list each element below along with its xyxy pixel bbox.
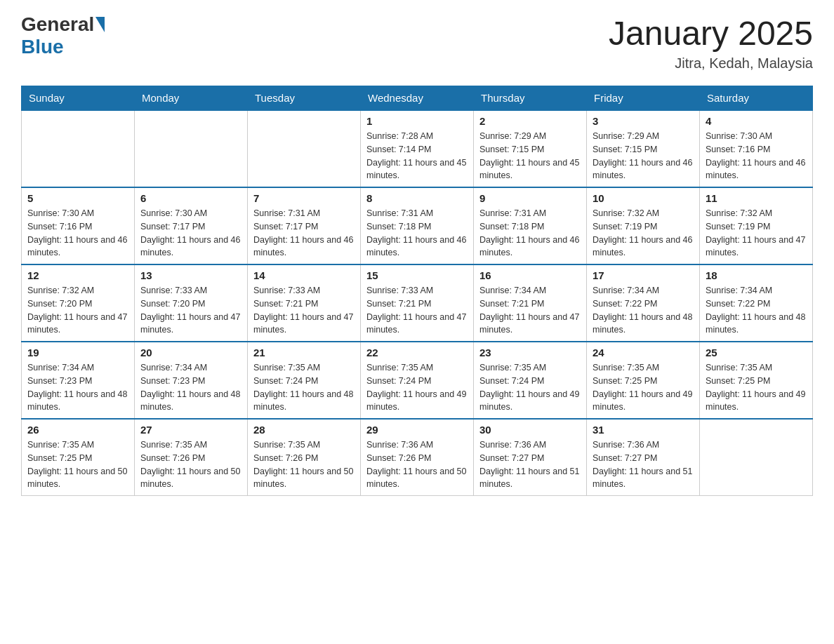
day-info: Sunrise: 7:32 AMSunset: 7:20 PMDaylight:… <box>27 284 128 337</box>
calendar-cell: 20Sunrise: 7:34 AMSunset: 7:23 PMDayligh… <box>135 342 248 419</box>
calendar-title: January 2025 <box>609 14 813 53</box>
day-number: 29 <box>366 424 468 436</box>
calendar-cell: 31Sunrise: 7:36 AMSunset: 7:27 PMDayligh… <box>587 419 700 496</box>
calendar-cell: 11Sunrise: 7:32 AMSunset: 7:19 PMDayligh… <box>700 187 813 264</box>
week-row-4: 19Sunrise: 7:34 AMSunset: 7:23 PMDayligh… <box>22 342 813 419</box>
calendar-cell: 19Sunrise: 7:34 AMSunset: 7:23 PMDayligh… <box>22 342 135 419</box>
day-info: Sunrise: 7:36 AMSunset: 7:26 PMDaylight:… <box>366 438 468 491</box>
day-info: Sunrise: 7:30 AMSunset: 7:16 PMDaylight:… <box>706 130 807 182</box>
calendar-cell <box>700 419 813 496</box>
day-number: 31 <box>593 424 694 436</box>
calendar-cell: 2Sunrise: 7:29 AMSunset: 7:15 PMDaylight… <box>474 110 587 187</box>
calendar-cell: 4Sunrise: 7:30 AMSunset: 7:16 PMDaylight… <box>700 110 813 187</box>
day-number: 26 <box>27 424 128 436</box>
day-number: 5 <box>27 192 128 204</box>
calendar-cell: 9Sunrise: 7:31 AMSunset: 7:18 PMDaylight… <box>474 187 587 264</box>
calendar-cell: 5Sunrise: 7:30 AMSunset: 7:16 PMDaylight… <box>22 187 135 264</box>
logo-triangle-icon <box>95 17 105 32</box>
day-info: Sunrise: 7:30 AMSunset: 7:17 PMDaylight:… <box>140 207 241 260</box>
calendar-cell: 8Sunrise: 7:31 AMSunset: 7:18 PMDaylight… <box>361 187 474 264</box>
calendar-cell <box>22 110 135 187</box>
day-info: Sunrise: 7:32 AMSunset: 7:19 PMDaylight:… <box>706 207 807 260</box>
calendar-cell: 26Sunrise: 7:35 AMSunset: 7:25 PMDayligh… <box>22 419 135 496</box>
day-number: 10 <box>593 192 694 204</box>
week-row-3: 12Sunrise: 7:32 AMSunset: 7:20 PMDayligh… <box>22 264 813 342</box>
day-info: Sunrise: 7:34 AMSunset: 7:21 PMDaylight:… <box>479 284 581 337</box>
calendar-cell: 30Sunrise: 7:36 AMSunset: 7:27 PMDayligh… <box>474 419 587 496</box>
day-info: Sunrise: 7:33 AMSunset: 7:21 PMDaylight:… <box>253 284 355 337</box>
calendar-subtitle: Jitra, Kedah, Malaysia <box>609 55 813 72</box>
title-area: January 2025 Jitra, Kedah, Malaysia <box>609 14 813 72</box>
calendar-header-row: SundayMondayTuesdayWednesdayThursdayFrid… <box>22 86 813 111</box>
page-header: General Blue January 2025 Jitra, Kedah, … <box>21 14 813 72</box>
week-row-5: 26Sunrise: 7:35 AMSunset: 7:25 PMDayligh… <box>22 419 813 496</box>
day-number: 2 <box>479 115 581 127</box>
calendar-cell <box>248 110 361 187</box>
day-number: 13 <box>140 269 241 281</box>
day-info: Sunrise: 7:32 AMSunset: 7:19 PMDaylight:… <box>593 207 694 260</box>
day-number: 14 <box>253 269 355 281</box>
day-number: 11 <box>706 192 807 204</box>
calendar-cell: 29Sunrise: 7:36 AMSunset: 7:26 PMDayligh… <box>361 419 474 496</box>
day-number: 30 <box>479 424 581 436</box>
day-info: Sunrise: 7:29 AMSunset: 7:15 PMDaylight:… <box>593 130 694 182</box>
calendar-table: SundayMondayTuesdayWednesdayThursdayFrid… <box>21 86 813 496</box>
calendar-cell: 13Sunrise: 7:33 AMSunset: 7:20 PMDayligh… <box>135 264 248 342</box>
day-header-friday: Friday <box>587 86 700 111</box>
day-number: 12 <box>27 269 128 281</box>
day-info: Sunrise: 7:35 AMSunset: 7:25 PMDaylight:… <box>27 438 128 491</box>
day-number: 6 <box>140 192 241 204</box>
day-info: Sunrise: 7:33 AMSunset: 7:20 PMDaylight:… <box>140 284 241 337</box>
day-header-tuesday: Tuesday <box>248 86 361 111</box>
day-number: 22 <box>366 347 468 358</box>
week-row-1: 1Sunrise: 7:28 AMSunset: 7:14 PMDaylight… <box>22 110 813 187</box>
calendar-cell: 1Sunrise: 7:28 AMSunset: 7:14 PMDaylight… <box>361 110 474 187</box>
day-number: 3 <box>593 115 694 127</box>
calendar-cell: 10Sunrise: 7:32 AMSunset: 7:19 PMDayligh… <box>587 187 700 264</box>
day-number: 23 <box>479 347 581 358</box>
calendar-cell <box>135 110 248 187</box>
day-info: Sunrise: 7:35 AMSunset: 7:24 PMDaylight:… <box>479 361 581 414</box>
day-info: Sunrise: 7:36 AMSunset: 7:27 PMDaylight:… <box>593 438 694 491</box>
day-header-saturday: Saturday <box>700 86 813 111</box>
logo-general-part: General <box>21 14 94 36</box>
day-number: 8 <box>366 192 468 204</box>
day-info: Sunrise: 7:34 AMSunset: 7:22 PMDaylight:… <box>593 284 694 337</box>
logo-blue-part: Blue <box>21 36 64 58</box>
day-info: Sunrise: 7:34 AMSunset: 7:22 PMDaylight:… <box>706 284 807 337</box>
day-info: Sunrise: 7:35 AMSunset: 7:25 PMDaylight:… <box>706 361 807 414</box>
day-number: 9 <box>479 192 581 204</box>
day-info: Sunrise: 7:35 AMSunset: 7:26 PMDaylight:… <box>253 438 355 491</box>
logo: General Blue <box>21 14 105 58</box>
day-info: Sunrise: 7:35 AMSunset: 7:25 PMDaylight:… <box>593 361 694 414</box>
day-info: Sunrise: 7:28 AMSunset: 7:14 PMDaylight:… <box>366 130 468 182</box>
day-info: Sunrise: 7:31 AMSunset: 7:18 PMDaylight:… <box>479 207 581 260</box>
day-number: 20 <box>140 347 241 358</box>
calendar-cell: 16Sunrise: 7:34 AMSunset: 7:21 PMDayligh… <box>474 264 587 342</box>
calendar-cell: 21Sunrise: 7:35 AMSunset: 7:24 PMDayligh… <box>248 342 361 419</box>
day-number: 1 <box>366 115 468 127</box>
day-number: 7 <box>253 192 355 204</box>
day-number: 21 <box>253 347 355 358</box>
day-header-monday: Monday <box>135 86 248 111</box>
calendar-cell: 28Sunrise: 7:35 AMSunset: 7:26 PMDayligh… <box>248 419 361 496</box>
day-info: Sunrise: 7:33 AMSunset: 7:21 PMDaylight:… <box>366 284 468 337</box>
calendar-cell: 15Sunrise: 7:33 AMSunset: 7:21 PMDayligh… <box>361 264 474 342</box>
day-number: 4 <box>706 115 807 127</box>
calendar-cell: 6Sunrise: 7:30 AMSunset: 7:17 PMDaylight… <box>135 187 248 264</box>
day-number: 15 <box>366 269 468 281</box>
day-number: 16 <box>479 269 581 281</box>
calendar-cell: 3Sunrise: 7:29 AMSunset: 7:15 PMDaylight… <box>587 110 700 187</box>
day-number: 18 <box>706 269 807 281</box>
day-info: Sunrise: 7:35 AMSunset: 7:26 PMDaylight:… <box>140 438 241 491</box>
day-number: 25 <box>706 347 807 358</box>
day-info: Sunrise: 7:35 AMSunset: 7:24 PMDaylight:… <box>253 361 355 414</box>
day-number: 17 <box>593 269 694 281</box>
day-info: Sunrise: 7:34 AMSunset: 7:23 PMDaylight:… <box>27 361 128 414</box>
calendar-cell: 22Sunrise: 7:35 AMSunset: 7:24 PMDayligh… <box>361 342 474 419</box>
day-info: Sunrise: 7:36 AMSunset: 7:27 PMDaylight:… <box>479 438 581 491</box>
day-number: 28 <box>253 424 355 436</box>
day-number: 27 <box>140 424 241 436</box>
calendar-cell: 24Sunrise: 7:35 AMSunset: 7:25 PMDayligh… <box>587 342 700 419</box>
calendar-cell: 14Sunrise: 7:33 AMSunset: 7:21 PMDayligh… <box>248 264 361 342</box>
